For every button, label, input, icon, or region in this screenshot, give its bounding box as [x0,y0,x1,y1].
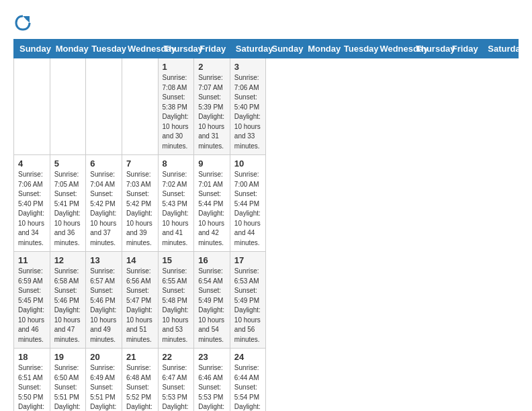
day-info: Sunrise: 7:00 AM Sunset: 5:44 PM Dayligh… [234,170,262,248]
day-header-sunday: Sunday [266,40,302,58]
day-number: 23 [198,352,226,362]
day-cell: 12Sunrise: 6:58 AM Sunset: 5:46 PM Dayli… [50,252,86,349]
day-info: Sunrise: 6:54 AM Sunset: 5:49 PM Dayligh… [198,267,226,345]
week-row-1: 1Sunrise: 7:08 AM Sunset: 5:38 PM Daylig… [14,58,519,155]
day-cell: 19Sunrise: 6:50 AM Sunset: 5:51 PM Dayli… [50,349,86,412]
day-number: 14 [126,255,154,265]
day-cell: 17Sunrise: 6:53 AM Sunset: 5:49 PM Dayli… [230,252,266,349]
day-cell: 6Sunrise: 7:04 AM Sunset: 5:42 PM Daylig… [86,155,122,252]
day-cell: 18Sunrise: 6:51 AM Sunset: 5:50 PM Dayli… [14,349,50,412]
day-header-saturday: Saturday [230,40,266,58]
day-info: Sunrise: 6:57 AM Sunset: 5:46 PM Dayligh… [90,267,118,345]
day-info: Sunrise: 6:56 AM Sunset: 5:47 PM Dayligh… [126,267,154,345]
header-row: SundayMondayTuesdayWednesdayThursdayFrid… [14,40,519,58]
day-number: 16 [198,255,226,265]
day-info: Sunrise: 7:02 AM Sunset: 5:43 PM Dayligh… [163,170,190,248]
day-header-friday: Friday [194,40,230,58]
page-header [13,13,519,32]
day-cell: 10Sunrise: 7:00 AM Sunset: 5:44 PM Dayli… [230,155,266,252]
day-header-thursday: Thursday [410,40,447,58]
day-cell: 24Sunrise: 6:44 AM Sunset: 5:54 PM Dayli… [230,349,266,412]
day-info: Sunrise: 6:58 AM Sunset: 5:46 PM Dayligh… [54,267,82,345]
day-header-wednesday: Wednesday [374,40,410,58]
day-info: Sunrise: 6:55 AM Sunset: 5:48 PM Dayligh… [163,267,190,345]
day-number: 17 [234,255,262,265]
day-number: 19 [54,352,82,362]
day-cell: 14Sunrise: 6:56 AM Sunset: 5:47 PM Dayli… [122,252,158,349]
day-cell: 11Sunrise: 6:59 AM Sunset: 5:45 PM Dayli… [14,252,50,349]
day-info: Sunrise: 7:08 AM Sunset: 5:38 PM Dayligh… [163,73,190,151]
day-number: 2 [198,62,226,72]
day-info: Sunrise: 7:06 AM Sunset: 5:40 PM Dayligh… [18,170,46,248]
week-row-2: 4Sunrise: 7:06 AM Sunset: 5:40 PM Daylig… [14,155,519,252]
day-info: Sunrise: 7:06 AM Sunset: 5:40 PM Dayligh… [234,73,262,151]
day-header-tuesday: Tuesday [338,40,374,58]
day-cell: 13Sunrise: 6:57 AM Sunset: 5:46 PM Dayli… [86,252,122,349]
day-number: 6 [90,158,118,169]
day-header-friday: Friday [446,40,482,58]
calendar-table: SundayMondayTuesdayWednesdayThursdayFrid… [13,39,519,411]
day-cell: 22Sunrise: 6:47 AM Sunset: 5:53 PM Dayli… [158,349,194,412]
day-cell: 20Sunrise: 6:49 AM Sunset: 5:51 PM Dayli… [86,349,122,412]
day-cell: 2Sunrise: 7:07 AM Sunset: 5:39 PM Daylig… [194,58,230,155]
day-header-thursday: Thursday [158,40,194,58]
day-info: Sunrise: 6:50 AM Sunset: 5:51 PM Dayligh… [54,363,82,411]
day-number: 20 [90,352,118,362]
day-cell: 4Sunrise: 7:06 AM Sunset: 5:40 PM Daylig… [14,155,50,252]
day-cell: 15Sunrise: 6:55 AM Sunset: 5:48 PM Dayli… [158,252,194,349]
day-info: Sunrise: 7:01 AM Sunset: 5:44 PM Dayligh… [198,170,226,248]
day-cell: 8Sunrise: 7:02 AM Sunset: 5:43 PM Daylig… [158,155,194,252]
day-cell: 3Sunrise: 7:06 AM Sunset: 5:40 PM Daylig… [230,58,266,155]
day-number: 21 [126,352,154,362]
logo [13,13,35,32]
week-row-4: 18Sunrise: 6:51 AM Sunset: 5:50 PM Dayli… [14,349,519,412]
day-cell [14,58,50,155]
day-number: 8 [163,158,190,169]
day-info: Sunrise: 6:47 AM Sunset: 5:53 PM Dayligh… [163,363,190,411]
day-number: 11 [18,255,46,265]
day-info: Sunrise: 6:46 AM Sunset: 5:53 PM Dayligh… [198,363,226,411]
day-number: 15 [163,255,190,265]
logo-icon [13,13,32,32]
day-cell [50,58,86,155]
day-number: 7 [126,158,154,169]
day-info: Sunrise: 7:04 AM Sunset: 5:42 PM Dayligh… [90,170,118,248]
day-header-monday: Monday [50,40,86,58]
day-cell [122,58,158,155]
day-info: Sunrise: 7:07 AM Sunset: 5:39 PM Dayligh… [198,73,226,151]
day-number: 24 [234,352,262,362]
day-number: 22 [163,352,190,362]
day-info: Sunrise: 6:51 AM Sunset: 5:50 PM Dayligh… [18,363,46,411]
day-number: 4 [18,158,46,169]
day-info: Sunrise: 7:05 AM Sunset: 5:41 PM Dayligh… [54,170,82,248]
day-cell: 23Sunrise: 6:46 AM Sunset: 5:53 PM Dayli… [194,349,230,412]
day-info: Sunrise: 6:53 AM Sunset: 5:49 PM Dayligh… [234,267,262,345]
day-cell: 9Sunrise: 7:01 AM Sunset: 5:44 PM Daylig… [194,155,230,252]
day-number: 18 [18,352,46,362]
day-info: Sunrise: 6:48 AM Sunset: 5:52 PM Dayligh… [126,363,154,411]
day-number: 12 [54,255,82,265]
day-number: 3 [234,62,262,72]
day-number: 5 [54,158,82,169]
day-header-saturday: Saturday [482,40,519,58]
day-cell: 16Sunrise: 6:54 AM Sunset: 5:49 PM Dayli… [194,252,230,349]
day-info: Sunrise: 6:49 AM Sunset: 5:51 PM Dayligh… [90,363,118,411]
day-header-tuesday: Tuesday [86,40,122,58]
day-cell [86,58,122,155]
day-number: 9 [198,158,226,169]
day-number: 10 [234,158,262,169]
day-number: 13 [90,255,118,265]
day-info: Sunrise: 6:44 AM Sunset: 5:54 PM Dayligh… [234,363,262,411]
day-cell: 21Sunrise: 6:48 AM Sunset: 5:52 PM Dayli… [122,349,158,412]
day-cell: 1Sunrise: 7:08 AM Sunset: 5:38 PM Daylig… [158,58,194,155]
day-info: Sunrise: 6:59 AM Sunset: 5:45 PM Dayligh… [18,267,46,345]
day-number: 1 [163,62,190,72]
day-header-sunday: Sunday [14,40,50,58]
day-header-wednesday: Wednesday [122,40,158,58]
week-row-3: 11Sunrise: 6:59 AM Sunset: 5:45 PM Dayli… [14,252,519,349]
day-cell: 5Sunrise: 7:05 AM Sunset: 5:41 PM Daylig… [50,155,86,252]
day-header-monday: Monday [302,40,339,58]
day-info: Sunrise: 7:03 AM Sunset: 5:42 PM Dayligh… [126,170,154,248]
day-cell: 7Sunrise: 7:03 AM Sunset: 5:42 PM Daylig… [122,155,158,252]
